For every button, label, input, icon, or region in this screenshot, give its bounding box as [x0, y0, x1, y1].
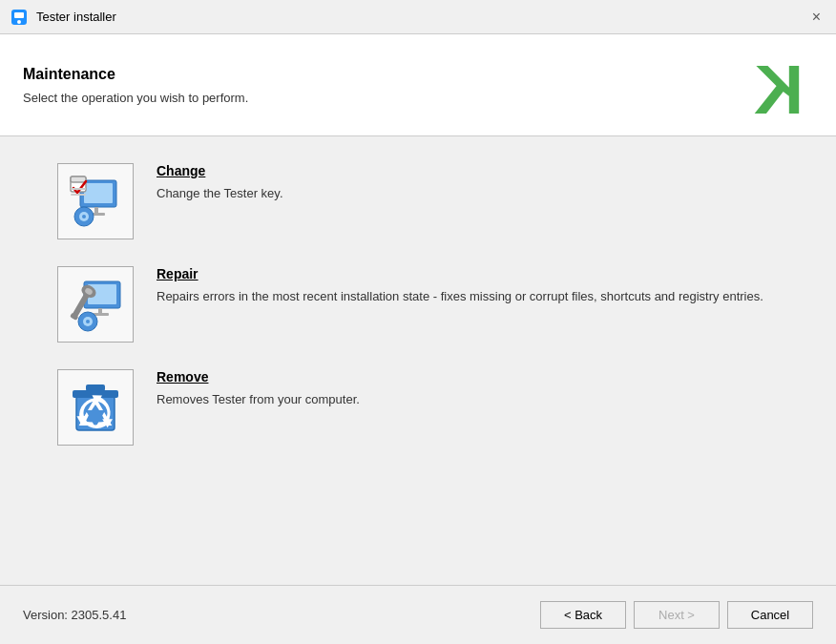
svg-text:K: K: [754, 52, 804, 118]
change-description: Change the Tester key.: [157, 184, 283, 203]
title-bar: Tester installer ×: [0, 0, 836, 34]
svg-rect-6: [94, 207, 98, 213]
cancel-button[interactable]: Cancel: [727, 601, 813, 629]
repair-text: Repair Repairs errors in the most recent…: [157, 266, 763, 306]
remove-icon: [57, 369, 134, 446]
change-text: Change Change the Tester key.: [157, 163, 283, 203]
option-repair[interactable]: Repair Repairs errors in the most recent…: [57, 266, 779, 343]
svg-rect-13: [71, 188, 86, 190]
svg-rect-12: [71, 177, 86, 182]
close-button[interactable]: ×: [806, 8, 826, 27]
back-button[interactable]: < Back: [540, 601, 626, 629]
footer-buttons: < Back Next > Cancel: [540, 601, 813, 629]
page-subtitle: Select the operation you wish to perform…: [23, 91, 248, 105]
footer: Version: 2305.5.41 < Back Next > Cancel: [0, 585, 836, 644]
brand-logo: K: [737, 52, 813, 118]
next-button[interactable]: Next >: [634, 601, 720, 629]
repair-icon: [57, 266, 134, 343]
svg-point-21: [86, 320, 90, 323]
version-label: Version: 2305.5.41: [23, 608, 126, 622]
repair-description: Repairs errors in the most recent instal…: [157, 287, 763, 306]
change-icon: [57, 163, 134, 239]
change-title: Change: [157, 163, 283, 178]
option-remove[interactable]: Remove Removes Tester from your computer…: [57, 369, 779, 446]
svg-point-2: [17, 20, 21, 24]
header-text: Maintenance Select the operation you wis…: [23, 66, 248, 105]
remove-title: Remove: [157, 369, 360, 384]
page-title: Maintenance: [23, 66, 248, 83]
svg-rect-1: [14, 12, 24, 18]
option-change[interactable]: Change Change the Tester key.: [57, 163, 779, 239]
app-icon: [10, 8, 29, 27]
repair-title: Repair: [157, 266, 763, 281]
window-title: Tester installer: [36, 10, 116, 24]
svg-rect-5: [84, 183, 113, 203]
svg-point-10: [82, 215, 86, 218]
remove-text: Remove Removes Tester from your computer…: [157, 369, 360, 409]
header: Maintenance Select the operation you wis…: [0, 34, 836, 136]
title-bar-left: Tester installer: [10, 8, 116, 27]
svg-rect-14: [71, 194, 86, 196]
main-content: Change Change the Tester key.: [0, 136, 836, 499]
remove-description: Removes Tester from your computer.: [157, 390, 360, 409]
svg-rect-17: [98, 308, 102, 313]
svg-rect-28: [86, 384, 105, 391]
k-logo-svg: K: [737, 52, 813, 118]
